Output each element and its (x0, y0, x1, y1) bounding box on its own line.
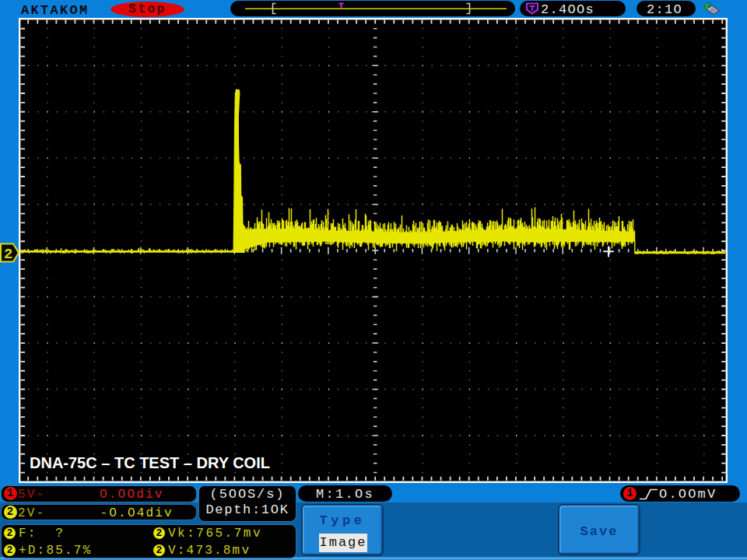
svg-text:2: 2 (4, 246, 12, 263)
